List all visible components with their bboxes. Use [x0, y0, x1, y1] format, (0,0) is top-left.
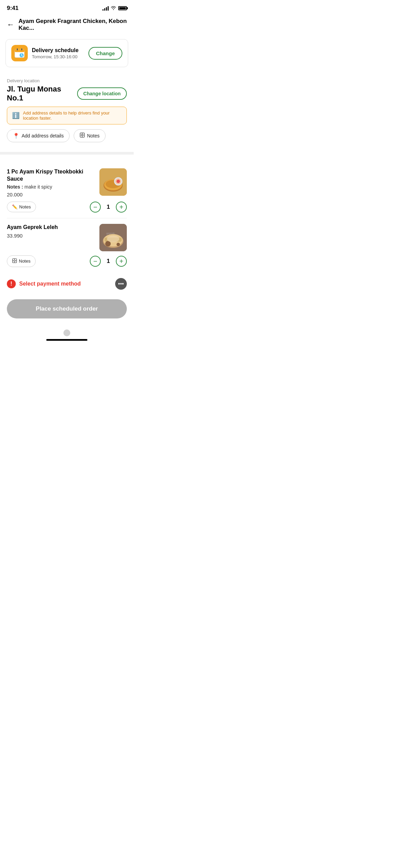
item-2-name: Ayam Geprek Leleh [7, 224, 95, 231]
svg-point-13 [117, 180, 120, 183]
location-section: Delivery location Jl. Tugu Monas No.1 Ch… [0, 73, 134, 149]
svg-rect-3 [21, 48, 22, 50]
location-address: Jl. Tugu Monas No.1 [7, 85, 77, 103]
order-item-1: 1 Pc Ayam Krispy Tteokbokki Sauce Notes … [7, 163, 127, 218]
item-2-image: geprek [99, 224, 127, 251]
svg-point-23 [14, 260, 15, 262]
item-1-top-row: 1 Pc Ayam Krispy Tteokbokki Sauce Notes … [7, 168, 127, 197]
pin-icon: 📍 [13, 133, 20, 139]
payment-text[interactable]: Select payment method [19, 281, 81, 287]
svg-point-20 [107, 236, 119, 242]
page-header: ← Ayam Geprek Fragrant Chicken, Kebon Ka… [0, 14, 134, 36]
home-indicator-area [0, 327, 134, 345]
schedule-card: Delivery schedule Tomorrow, 15:30-16:00 … [5, 39, 128, 67]
status-bar: 9:41 [0, 0, 134, 14]
svg-point-19 [117, 243, 120, 246]
svg-rect-1 [15, 49, 24, 52]
schedule-info: Delivery schedule Tomorrow, 15:30-16:00 [11, 45, 78, 61]
item-1-bottom-row: ✏️ Notes − 1 + [7, 202, 127, 213]
item-2-bottom-row: Notes − 1 + [7, 255, 127, 267]
more-icon: ••• [118, 281, 124, 287]
item-1-minus-button[interactable]: − [90, 202, 101, 213]
item-2-plus-button[interactable]: + [116, 256, 127, 267]
item-2-price: 33.990 [7, 233, 95, 239]
location-action-row: 📍 Add address details Notes [7, 129, 127, 142]
item-1-price: 20.000 [7, 192, 95, 197]
place-order-section: Place scheduled order [0, 295, 134, 327]
schedule-title: Delivery schedule [32, 47, 78, 53]
home-dot [63, 329, 70, 336]
svg-rect-2 [17, 48, 18, 50]
item-1-qty-control: − 1 + [90, 202, 127, 213]
add-address-details-button[interactable]: 📍 Add address details [7, 129, 70, 142]
item-1-notes-display: Notes : make it spicy [7, 184, 95, 190]
page-title: Ayam Geprek Fragrant Chicken, Kebon Kac.… [19, 18, 127, 32]
back-button[interactable]: ← [7, 20, 14, 29]
item-2-notes-label: Notes [19, 258, 31, 264]
notes-label-location: Notes [87, 133, 100, 138]
item-1-notes-button[interactable]: ✏️ Notes [7, 202, 36, 212]
item-2-quantity: 1 [106, 258, 111, 265]
add-address-label: Add address details [22, 133, 64, 138]
more-options-button[interactable]: ••• [115, 278, 127, 290]
item-1-image [99, 168, 127, 196]
item-1-notes-icon: ✏️ [12, 204, 17, 209]
item-2-minus-button[interactable]: − [90, 256, 101, 267]
change-location-button[interactable]: Change location [77, 87, 127, 100]
warning-banner: ℹ️ Add address details to help drivers f… [7, 107, 127, 124]
item-1-plus-button[interactable]: + [116, 202, 127, 213]
svg-text:geprek: geprek [106, 232, 115, 235]
warning-icon: ℹ️ [12, 112, 20, 119]
payment-left: ! Select payment method [7, 279, 81, 288]
item-1-info: 1 Pc Ayam Krispy Tteokbokki Sauce Notes … [7, 168, 95, 197]
location-notes-button[interactable]: Notes [74, 129, 106, 142]
item-2-info: Ayam Geprek Leleh 33.990 [7, 224, 95, 239]
battery-icon [118, 6, 127, 10]
item-1-notes-content: make it spicy [24, 184, 52, 190]
signal-icon [102, 6, 109, 11]
item-1-notes-label: Notes [19, 204, 31, 209]
section-divider-1 [0, 152, 134, 155]
status-icons [102, 5, 127, 11]
status-time: 9:41 [7, 5, 19, 12]
payment-error-icon: ! [7, 279, 16, 288]
order-section: 1 Pc Ayam Krispy Tteokbokki Sauce Notes … [0, 157, 134, 273]
home-bar [46, 339, 87, 341]
warning-text: Add address details to help drivers find… [23, 110, 122, 121]
schedule-subtitle: Tomorrow, 15:30-16:00 [32, 54, 78, 59]
item-1-quantity: 1 [106, 204, 111, 210]
location-label: Delivery location [7, 78, 127, 83]
notes-icon-location [80, 132, 85, 139]
location-row: Jl. Tugu Monas No.1 Change location [7, 85, 127, 103]
schedule-icon [11, 45, 28, 61]
item-1-name: 1 Pc Ayam Krispy Tteokbokki Sauce [7, 168, 95, 183]
wifi-icon [111, 5, 116, 11]
item-2-top-row: Ayam Geprek Leleh 33.990 geprek [7, 224, 127, 251]
item-2-notes-button[interactable]: Notes [7, 255, 36, 267]
item-2-notes-icon [12, 258, 17, 264]
change-schedule-button[interactable]: Change [88, 47, 122, 60]
schedule-text: Delivery schedule Tomorrow, 15:30-16:00 [32, 47, 78, 59]
svg-point-6 [82, 134, 83, 136]
payment-section: ! Select payment method ••• [0, 273, 134, 295]
notes-prefix: Notes : [7, 184, 23, 190]
place-order-button[interactable]: Place scheduled order [7, 299, 127, 318]
order-item-2: Ayam Geprek Leleh 33.990 geprek [7, 218, 127, 273]
item-2-qty-control: − 1 + [90, 256, 127, 267]
